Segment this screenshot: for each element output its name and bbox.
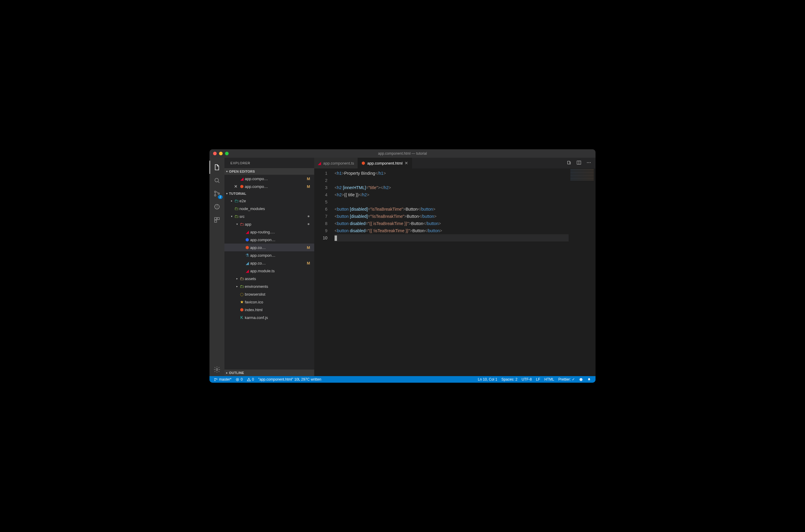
indentation[interactable]: Spaces: 2 bbox=[499, 376, 519, 383]
tree-item[interactable]: ▸🗀environments bbox=[225, 283, 314, 290]
close-window-icon[interactable] bbox=[213, 152, 217, 155]
html-icon: ⬢ bbox=[239, 184, 245, 189]
language-mode[interactable]: HTML bbox=[542, 376, 556, 383]
cursor-position[interactable]: Ln 10, Col 1 bbox=[476, 376, 499, 383]
sidebar-title: EXPLORER bbox=[225, 158, 314, 168]
close-icon: ✕ bbox=[233, 184, 239, 189]
tree-item[interactable]: ★favicon.ico bbox=[225, 298, 314, 306]
tab-label: app.component.ts bbox=[323, 161, 354, 166]
file-label: app.compo… bbox=[245, 176, 305, 181]
open-editors-header[interactable]: ▾OPEN EDITORS bbox=[225, 168, 314, 175]
tree-item[interactable]: ▾🗀src bbox=[225, 212, 314, 220]
folder-teal-icon: 🗀 bbox=[233, 198, 239, 203]
tree-item[interactable]: ▸🗀e2e bbox=[225, 197, 314, 205]
twisty-icon: ▸ bbox=[235, 277, 239, 280]
karma-icon: K bbox=[239, 315, 245, 320]
titlebar[interactable]: app.component.html — tutorial bbox=[210, 149, 595, 158]
extensions-icon[interactable] bbox=[210, 213, 225, 227]
outline-header[interactable]: ▸OUTLINE bbox=[225, 369, 314, 376]
svg-point-12 bbox=[588, 162, 589, 163]
more-actions-icon[interactable] bbox=[586, 160, 591, 166]
tree-item[interactable]: ◢app-routing…. bbox=[225, 228, 314, 236]
svg-rect-6 bbox=[217, 217, 219, 220]
item-label: app.compon… bbox=[250, 238, 312, 242]
traffic-lights bbox=[213, 152, 229, 155]
html-icon: ⬢ bbox=[244, 245, 250, 250]
prettier-status[interactable]: Prettier: ✓ bbox=[556, 376, 577, 383]
tree-item[interactable]: ▾🗀app bbox=[225, 220, 314, 228]
project-folder-header[interactable]: ▾TUTORIAL bbox=[225, 190, 314, 197]
item-label: app.co… bbox=[250, 261, 305, 265]
notifications-icon[interactable] bbox=[585, 376, 593, 383]
item-label: e2e bbox=[239, 199, 312, 203]
code-lines[interactable]: <h1>Property Binding</h1><h2 [innerHTML]… bbox=[331, 169, 569, 376]
angular-sh-icon: ◢ bbox=[244, 261, 250, 265]
folder-icon: 🗀 bbox=[239, 276, 245, 281]
settings-gear-icon[interactable] bbox=[210, 363, 225, 376]
outline-label: OUTLINE bbox=[229, 371, 244, 375]
modified-marker: M bbox=[305, 176, 312, 181]
twisty-icon: ▾ bbox=[235, 223, 239, 226]
debug-icon[interactable] bbox=[210, 200, 225, 213]
open-editor-item[interactable]: ✕⬢app.compo…M bbox=[225, 183, 314, 190]
svg-rect-7 bbox=[215, 220, 217, 222]
html-icon: ⬢ bbox=[362, 161, 365, 166]
tree-item[interactable]: ◢app.co…M bbox=[225, 259, 314, 267]
problems-warnings[interactable]: 0 bbox=[245, 376, 256, 383]
feedback-icon[interactable] bbox=[577, 376, 585, 383]
scm-badge: 2 bbox=[218, 195, 223, 199]
tree-item[interactable]: 🗀node_modules bbox=[225, 205, 314, 212]
folder-green-icon: 🗀 bbox=[233, 214, 239, 219]
tree-item[interactable]: ◌browserslist bbox=[225, 290, 314, 298]
compare-changes-icon[interactable] bbox=[567, 160, 572, 166]
source-control-icon[interactable]: 2 bbox=[210, 187, 225, 200]
activity-bar: 2 bbox=[210, 158, 225, 376]
svg-point-13 bbox=[590, 162, 590, 163]
tree-item[interactable]: ◢app.module.ts bbox=[225, 267, 314, 275]
encoding[interactable]: UTF-8 bbox=[519, 376, 534, 383]
tree-item[interactable]: Kkarma.conf.js bbox=[225, 314, 314, 321]
editor-tab[interactable]: ◢app.component.ts bbox=[314, 158, 358, 169]
explorer-icon[interactable] bbox=[210, 161, 225, 174]
svg-point-15 bbox=[215, 380, 215, 381]
open-editor-item[interactable]: ◢app.compo…M bbox=[225, 175, 314, 183]
dirty-indicator-icon bbox=[308, 223, 309, 225]
item-label: browserslist bbox=[245, 292, 312, 297]
item-label: app bbox=[245, 222, 308, 227]
line-gutter: 12345678910 bbox=[314, 169, 331, 376]
editor-area: ◢app.component.ts⬢app.component.html✕ 12… bbox=[314, 158, 595, 376]
tree-item[interactable]: ⬢app.co…M bbox=[225, 244, 314, 251]
editor-tab[interactable]: ⬢app.component.html✕ bbox=[358, 158, 412, 169]
tab-label: app.component.html bbox=[367, 161, 402, 166]
close-tab-icon[interactable]: ✕ bbox=[405, 161, 408, 166]
code-editor[interactable]: 12345678910 <h1>Property Binding</h1><h2… bbox=[314, 169, 595, 376]
tab-bar: ◢app.component.ts⬢app.component.html✕ bbox=[314, 158, 595, 169]
flask-icon: ⚗ bbox=[244, 253, 250, 258]
tree-item[interactable]: ▸🗀assets bbox=[225, 275, 314, 283]
git-branch[interactable]: master* bbox=[212, 376, 233, 383]
eol[interactable]: LF bbox=[534, 376, 542, 383]
tree-item[interactable]: ⬢index.html bbox=[225, 306, 314, 314]
status-bar: master* 0 0 "app.component.html" 10L 297… bbox=[210, 376, 595, 383]
zoom-window-icon[interactable] bbox=[225, 152, 229, 155]
tree-item[interactable]: ⚗app.compon… bbox=[225, 251, 314, 259]
vscode-window: app.component.html — tutorial 2 EXPLORER… bbox=[210, 149, 595, 383]
minimize-window-icon[interactable] bbox=[219, 152, 223, 155]
split-editor-icon[interactable] bbox=[576, 160, 581, 166]
search-icon[interactable] bbox=[210, 174, 225, 187]
angular-icon: ◢ bbox=[244, 229, 250, 234]
item-label: app.co… bbox=[250, 245, 305, 250]
problems-errors[interactable]: 0 bbox=[233, 376, 245, 383]
file-label: app.compo… bbox=[245, 184, 305, 189]
item-label: assets bbox=[245, 277, 312, 281]
browserslist-icon: ◌ bbox=[239, 292, 245, 297]
sidebar: EXPLORER ▾OPEN EDITORS ◢app.compo…M✕⬢app… bbox=[225, 158, 314, 376]
star-icon: ★ bbox=[239, 300, 245, 304]
minimap[interactable] bbox=[569, 169, 595, 376]
svg-point-14 bbox=[215, 378, 215, 379]
angular-icon: ◢ bbox=[239, 176, 245, 181]
tree-item[interactable]: ⬢app.compon… bbox=[225, 236, 314, 244]
twisty-icon: ▸ bbox=[230, 199, 233, 202]
item-label: index.html bbox=[245, 308, 312, 312]
item-label: app.module.ts bbox=[250, 269, 312, 273]
